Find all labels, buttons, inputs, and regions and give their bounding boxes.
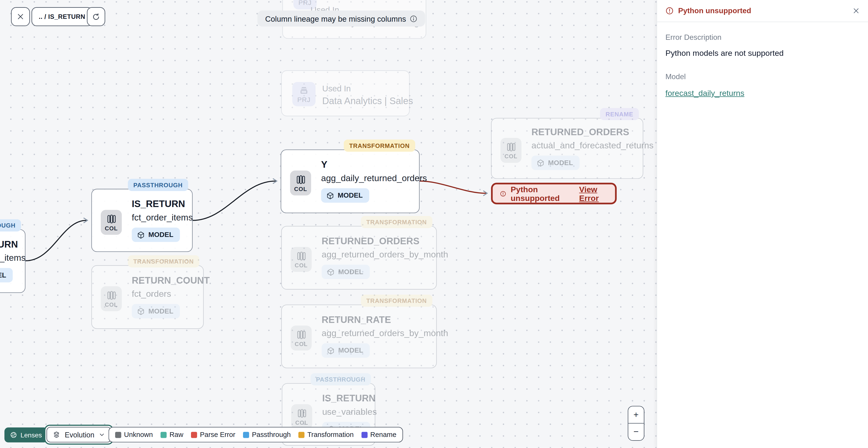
node-return-count[interactable]: TRANSFORMATION COL RETURN_COUNT fct_orde… [91,265,204,329]
column-badge-label: COL [105,301,118,308]
node-return-rate[interactable]: TRANSFORMATION COL RETURN_RATE agg_retur… [281,304,437,368]
lens-aperture-icon [10,431,17,439]
close-lineage-button[interactable] [11,7,30,26]
column-badge-label: COL [504,153,517,159]
lineage-canvas[interactable]: PRJ Used In Data Analytics | Marketing P… [0,0,656,448]
refresh-button[interactable] [87,7,105,26]
model-chip-label: MODEL [148,307,173,315]
node-subtitle: agg_returned_orders_by_month [322,250,448,260]
node-subtitle: fct_orders [132,289,171,299]
passthrough-badge: PASSTHROUGH [310,373,371,385]
cube-icon [137,307,145,316]
lens-select[interactable]: Evolution [44,425,114,445]
error-panel-body: Error Description Python models are not … [657,22,868,109]
zoom-controls: + − [628,406,645,441]
legend-label: Unknown [124,431,153,439]
alert-circle-icon [500,189,506,198]
model-chip: MODEL [531,156,580,170]
breadcrumb[interactable]: .. / IS_RETURN [32,7,92,26]
node-title: IS_RETURN [132,199,185,210]
cube-icon [327,268,335,276]
node-python-unsupported-error[interactable]: Python unsupported View Error [491,183,617,205]
column-badge: COL [291,404,312,429]
info-icon [410,14,418,22]
lineage-warning-tooltip: Column lineage may be missing columns [257,10,425,27]
edge-left-to-isreturn [25,220,86,261]
column-badge: COL [500,138,521,163]
legend-label: Raw [169,431,183,439]
zoom-in-button[interactable]: + [628,406,644,423]
edge-isreturn-to-y [193,181,276,220]
legend-item: Rename [362,431,397,439]
columns-icon [297,408,307,418]
node-subtitle: agg_daily_returned_orders [321,173,427,183]
column-badge: COL [101,286,122,311]
app-window: PRJ Used In Data Analytics | Marketing P… [0,0,868,448]
column-badge-label: COL [105,225,118,231]
arrowhead-icon [84,218,87,223]
node-is-return-fct-order-items[interactable]: PASSTHROUGH COL IS_RETURN fct_order_item… [91,189,193,252]
error-detail-panel: Python unsupported Error Description Pyt… [656,0,868,448]
node-returned-orders-rename[interactable]: RENAME COL RETURNED_ORDERS actual_and_fo… [491,118,643,179]
close-icon [852,7,860,14]
alert-circle-icon [665,7,674,15]
zoom-out-button[interactable]: − [628,424,644,440]
node-title: RETURNED_ORDERS [531,127,629,138]
lens-selected-value: Evolution [65,430,94,439]
transformation-badge: TRANSFORMATION [344,140,415,152]
lineage-legend: Unknown Raw Parse Error Passthrough Tran… [108,427,403,442]
node-title: IS_RETURN [322,393,376,404]
column-badge-label: COL [294,262,308,268]
transformation-badge: TRANSFORMATION [128,255,199,268]
error-description-value: Python models are not supported [665,49,860,58]
node-title: RETURN_RATE [322,315,391,326]
node-is-return-partial[interactable]: PASSTHROUGH IS_RETURN fct_order_items MO… [0,229,25,293]
columns-icon [106,213,117,224]
edge-y-to-error [420,181,486,193]
legend-swatch [362,431,368,438]
node-y-agg-daily-returned-orders[interactable]: TRANSFORMATION COL Y agg_daily_returned_… [281,150,420,213]
columns-icon [505,142,516,152]
column-badge: COL [290,171,311,196]
cube-icon [536,159,545,167]
lenses-label: Lenses [21,431,42,439]
transformation-badge: TRANSFORMATION [361,216,432,228]
project-badge: PRJ [292,82,315,106]
column-badge-label: COL [294,340,308,347]
column-badge: COL [101,210,122,235]
model-chip-label: MODEL [548,159,573,167]
lenses-button[interactable]: Lenses [4,427,48,442]
legend-item: Unknown [115,431,153,439]
model-chip: MODEL [322,343,370,358]
column-badge: COL [290,326,312,351]
lineage-warning-text: Column lineage may be missing columns [265,14,406,23]
model-link[interactable]: forecast_daily_returns [665,89,744,97]
legend-item: Passthrough [243,431,291,439]
model-chip: MODEL [321,188,369,203]
model-chip: MODEL [132,228,180,242]
node-used-in-sales[interactable]: PRJ Used In Data Analytics | Sales [281,70,409,116]
model-chip: MODEL [0,268,13,282]
legend-swatch [299,431,305,438]
node-subtitle: agg_returned_orders_by_month [322,328,448,338]
legend-swatch [161,431,167,438]
model-chip-label: MODEL [338,268,363,276]
chevron-down-icon [99,431,105,438]
legend-label: Passthrough [252,431,291,439]
project-badge-label: PRJ [298,0,312,6]
error-panel-title: Python unsupported [678,7,848,15]
columns-icon [106,290,117,301]
rename-badge: RENAME [600,108,639,120]
legend-label: Rename [370,431,396,439]
error-description-label: Error Description [665,33,860,41]
cube-icon [327,346,335,355]
node-title: IS_RETURN [0,239,18,250]
view-error-link[interactable]: View Error [579,185,608,202]
model-chip-label: MODEL [338,347,363,355]
node-returned-orders-month[interactable]: TRANSFORMATION COL RETURNED_ORDERS agg_r… [281,226,437,290]
close-panel-button[interactable] [852,7,860,14]
node-title: Y [321,159,327,171]
node-subtitle: use_variables [322,407,377,417]
refresh-icon [92,12,100,21]
columns-icon [296,250,307,261]
